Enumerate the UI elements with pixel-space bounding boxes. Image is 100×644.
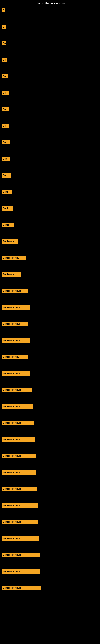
bar-row: Bo [2, 107, 98, 112]
bar-row: Bottleneck resu [2, 354, 98, 359]
bar: Bott [2, 156, 10, 161]
bar-row: Bott [2, 156, 98, 161]
bar-row: Bottleneck result [2, 371, 98, 376]
bar-label: Bo [3, 42, 6, 44]
bar: Bo [2, 74, 8, 78]
bar-row: Bottleneck resu [2, 256, 98, 260]
bar-row: Bott [2, 173, 98, 178]
bar: B [2, 24, 6, 29]
bar-row: Bottleneck result [2, 420, 98, 425]
bar-row: Bottle [2, 222, 98, 227]
bar: Bottleneck result [2, 553, 40, 557]
bar-row: Bottleneck result [2, 586, 98, 590]
bar: Bottleneck result [2, 503, 38, 508]
bar: Bo [2, 107, 9, 112]
bar-row: Bottleneck result [2, 503, 98, 508]
bar-label: Bottleneck result [3, 405, 21, 408]
bar: Bottl [2, 190, 12, 194]
bar-row: Bottleneck result [2, 388, 98, 392]
bar-row: Bo [2, 58, 98, 62]
bar-label: Bottleneck result [3, 537, 21, 540]
bar-label: Bo [3, 75, 6, 78]
bar: Bottleneck resul [2, 322, 28, 326]
bar-label: Bott [3, 158, 7, 160]
bar-label: Bo [3, 108, 6, 110]
bar-label: Bottle [3, 207, 9, 210]
bar-label: Bottleneck result [3, 488, 21, 490]
bar-label: B [3, 9, 4, 12]
bar: B [2, 8, 5, 12]
bar-row: Bottleneck result [2, 454, 98, 458]
bar-label: Bott [3, 174, 7, 176]
bar: Bottleneck resu [2, 354, 28, 359]
bar-row: Bottleneck result [2, 536, 98, 540]
bar-row: Bo [2, 74, 98, 78]
bar: Bo [2, 124, 9, 128]
bar-row: Bottleneck result [2, 470, 98, 474]
bar: Bottleneck result [2, 404, 33, 408]
bar: Bottleneck result [2, 454, 36, 458]
bar-row: Bottleneck result [2, 569, 98, 574]
bar-label: Bottleneck result [3, 438, 21, 440]
bar-label: Bottleneck result [3, 570, 21, 572]
bar: Bo [2, 41, 6, 46]
bar: Bottleneck result [2, 569, 40, 574]
bar-row: Bottleneck result [2, 305, 98, 310]
bar-label: Bot [3, 92, 6, 94]
bar-row: Bottleneck [2, 239, 98, 244]
bar: Bottleneck result [2, 371, 30, 376]
bar-label: Bottleneck r [3, 273, 16, 276]
bar-label: Bottleneck result [3, 290, 21, 292]
bar-label: Bottleneck result [3, 388, 21, 391]
bar-row: Bot [2, 140, 98, 144]
bar-row: Bottleneck result [2, 437, 98, 442]
bar-row: Bot [2, 90, 98, 95]
bar-row: Bottle [2, 206, 98, 210]
bar-label: Bottleneck resu [3, 256, 19, 259]
bar-label: Bottleneck result [3, 422, 21, 424]
bar: Bottleneck result [2, 338, 30, 342]
bar-row: Bottleneck result [2, 338, 98, 342]
bar-label: Bottleneck resul [3, 322, 20, 325]
bar-row: Bottleneck resul [2, 322, 98, 326]
bar-label: Bottleneck result [3, 587, 21, 589]
bar-label: Bottleneck [3, 240, 14, 242]
bar-row: B [2, 8, 98, 12]
bar: Bottleneck result [2, 586, 41, 590]
bar: Bottleneck result [2, 536, 39, 540]
bar: Bot [2, 90, 9, 95]
bar-label: Bottleneck result [3, 372, 21, 374]
bar: Bottleneck r [2, 272, 21, 276]
bar: Bottleneck resu [2, 256, 26, 260]
bar: Bot [2, 140, 10, 144]
bar: Bottle [2, 206, 13, 210]
bar-row: B [2, 24, 98, 29]
bar-label: Bottle [3, 224, 9, 226]
bar: Bottleneck result [2, 305, 30, 310]
bar-label: Bo [3, 58, 6, 61]
bar: Bottleneck result [2, 420, 34, 425]
site-title: TheBottlenecker.com [0, 0, 100, 6]
bar: Bottleneck [2, 239, 18, 244]
bar-row: Bottleneck result [2, 520, 98, 524]
bar-label: Bot [3, 141, 6, 144]
bar-label: Bo [3, 124, 6, 127]
bar-row: Bottleneck r [2, 272, 98, 276]
bar-row: Bottleneck result [2, 553, 98, 557]
bar: Bo [2, 58, 7, 62]
bar-row: Bo [2, 124, 98, 128]
bar-label: Bottleneck result [3, 339, 21, 342]
bar-row: Bottleneck result [2, 486, 98, 491]
bar-label: Bottleneck resu [3, 356, 19, 358]
bar-label: Bottleneck result [3, 504, 21, 506]
bar: Bottle [2, 222, 14, 227]
bar-row: Bo [2, 41, 98, 46]
bar-label: Bottleneck result [3, 471, 21, 474]
bar-row: Bottl [2, 190, 98, 194]
bar-label: Bottleneck result [3, 306, 21, 308]
bar: Bott [2, 173, 11, 178]
bar-row: Bottleneck result [2, 404, 98, 408]
bar-row: Bottleneck result [2, 288, 98, 293]
bar-label: Bottleneck result [3, 521, 21, 523]
bar: Bottleneck result [2, 486, 37, 491]
